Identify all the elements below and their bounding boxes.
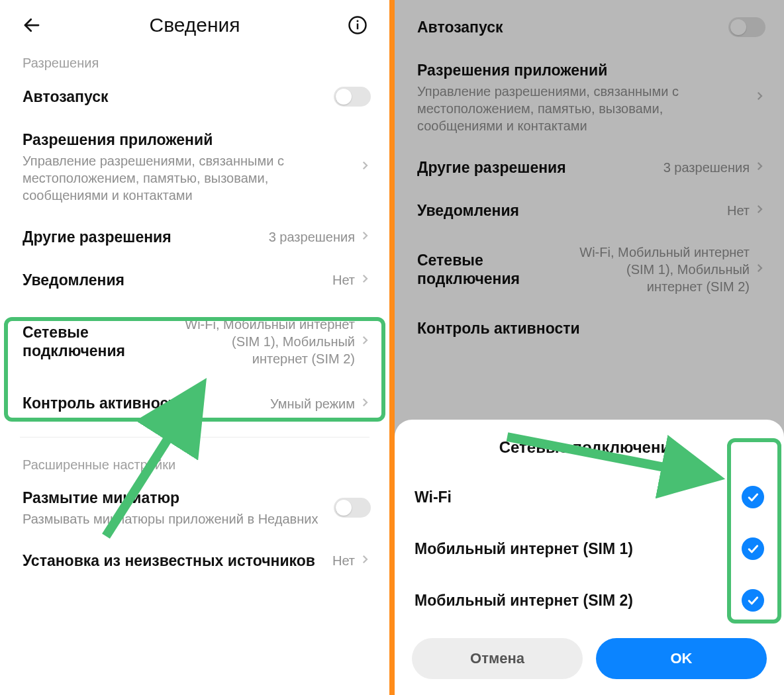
activity-value: Умный режим [270, 395, 355, 412]
row-unknown-sources[interactable]: Установка из неизвестных источников Нет [0, 539, 389, 582]
chevron-right-icon [754, 262, 765, 277]
option-sim1[interactable]: Мобильный интернет (SIM 1) [412, 523, 767, 575]
autostart-toggle-r[interactable] [728, 17, 765, 37]
info-icon[interactable] [344, 12, 371, 38]
row-notifications-r[interactable]: Уведомления Нет [395, 189, 784, 232]
row-app-permissions-r[interactable]: Разрешения приложений Управление разреше… [395, 49, 784, 146]
other-perms-value-r: 3 разрешения [663, 159, 750, 176]
section-advanced-label: Расширенные настройки [0, 449, 389, 477]
other-perms-title: Другие разрешения [23, 228, 264, 247]
autostart-title: Автозапуск [23, 87, 328, 107]
ok-button[interactable]: OK [596, 638, 767, 679]
option-sim2-label: Мобильный интернет (SIM 2) [415, 592, 633, 610]
option-wifi[interactable]: Wi-Fi [412, 471, 767, 523]
chevron-right-icon [359, 553, 371, 568]
other-perms-title-r: Другие разрешения [417, 158, 658, 177]
notifications-value-r: Нет [727, 202, 750, 219]
activity-title: Контроль активности [23, 394, 265, 413]
row-network-connections-r[interactable]: Сетевые подключения Wi-Fi, Мобильный инт… [395, 232, 784, 307]
chevron-right-icon [754, 203, 765, 218]
checkbox-checked-icon[interactable] [742, 537, 764, 560]
section-permissions-label: Разрешения [0, 48, 389, 75]
chevron-right-icon [754, 90, 765, 105]
option-sim2[interactable]: Мобильный интернет (SIM 2) [412, 575, 767, 626]
row-notifications[interactable]: Уведомления Нет [0, 259, 389, 302]
option-sim1-label: Мобильный интернет (SIM 1) [415, 540, 633, 558]
row-activity-control-r[interactable]: Контроль активности [395, 307, 784, 350]
row-app-permissions[interactable]: Разрешения приложений Управление разреше… [0, 118, 389, 216]
row-network-connections[interactable]: Сетевые подключения Wi-Fi, Мобильный инт… [0, 301, 389, 382]
blur-title: Размытие миниатюр [23, 488, 328, 508]
row-other-permissions-r[interactable]: Другие разрешения 3 разрешения [395, 146, 784, 189]
autostart-toggle[interactable] [334, 87, 371, 107]
left-screenshot: Сведения Разрешения Автозапуск Разрешени… [0, 0, 389, 695]
activity-title-r: Контроль активности [417, 319, 760, 338]
page-title: Сведения [149, 14, 240, 36]
app-perms-title-r: Разрешения приложений [417, 61, 744, 80]
chevron-right-icon [359, 396, 371, 411]
checkbox-checked-icon[interactable] [742, 486, 764, 508]
network-value: Wi-Fi, Мобильный интернет (SIM 1), Мобил… [183, 316, 355, 367]
network-bottom-sheet: Сетевые подключения Wi-Fi Мобильный инте… [395, 420, 784, 695]
row-other-permissions[interactable]: Другие разрешения 3 разрешения [0, 216, 389, 259]
app-perms-title: Разрешения приложений [23, 130, 350, 150]
unknown-title: Установка из неизвестных источников [23, 551, 327, 571]
blur-toggle[interactable] [334, 498, 371, 518]
notifications-title: Уведомления [23, 271, 327, 290]
option-wifi-label: Wi-Fi [415, 488, 452, 506]
sheet-title: Сетевые подключения [412, 438, 767, 457]
chevron-right-icon [359, 230, 371, 244]
chevron-right-icon [359, 273, 371, 287]
network-title-r: Сетевые подключения [417, 251, 572, 289]
checkbox-checked-icon[interactable] [742, 589, 764, 612]
notifications-title-r: Уведомления [417, 201, 722, 220]
autostart-title-r: Автозапуск [417, 18, 723, 37]
blur-sub: Размывать миниатюры приложений в Недавни… [23, 510, 328, 528]
row-activity-control[interactable]: Контроль активности Умный режим [0, 382, 389, 425]
other-perms-value: 3 разрешения [269, 228, 355, 246]
chevron-right-icon [359, 160, 371, 174]
divider [20, 437, 369, 438]
chevron-right-icon [359, 334, 371, 349]
row-autostart-r[interactable]: Автозапуск [395, 0, 784, 49]
back-icon[interactable] [19, 12, 45, 38]
svg-point-3 [357, 20, 359, 22]
app-perms-sub: Управление разрешениями, связанными с ме… [23, 152, 350, 204]
chevron-right-icon [754, 160, 765, 175]
right-screenshot: Автозапуск Разрешения приложений Управле… [395, 0, 784, 695]
unknown-value: Нет [332, 552, 355, 569]
notifications-value: Нет [332, 271, 355, 289]
network-title: Сетевые подключения [23, 323, 177, 361]
row-autostart[interactable]: Автозапуск [0, 75, 389, 118]
cancel-button[interactable]: Отмена [412, 638, 583, 679]
row-blur-thumbnails[interactable]: Размытие миниатюр Размывать миниатюры пр… [0, 477, 389, 539]
network-value-r: Wi-Fi, Мобильный интернет (SIM 1), Мобил… [577, 244, 750, 295]
app-perms-sub-r: Управление разрешениями, связанными с ме… [417, 83, 744, 134]
